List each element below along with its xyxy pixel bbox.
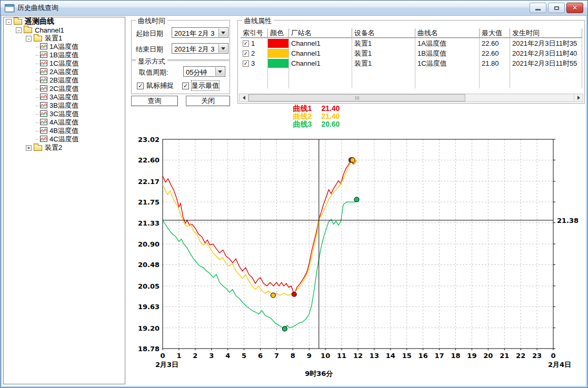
checkbox-check-icon[interactable]: ✓ xyxy=(137,83,144,89)
empty-cell xyxy=(352,78,415,88)
column-header[interactable]: 颜色 xyxy=(268,28,289,38)
tree-connector xyxy=(36,139,39,140)
column-header[interactable]: 发生时间 xyxy=(510,28,582,38)
curve-icon xyxy=(40,77,47,83)
expand-icon[interactable]: + xyxy=(26,145,32,151)
title-bar[interactable]: 历史曲线查询 ✕ xyxy=(1,1,587,16)
svg-text:23.02: 23.02 xyxy=(138,136,160,144)
tree-item-point-7[interactable]: 3B温度值 xyxy=(4,101,125,110)
tree-item-point-2[interactable]: 1C温度值 xyxy=(4,59,125,68)
svg-text:20.05: 20.05 xyxy=(138,282,160,290)
scroll-left-icon[interactable] xyxy=(240,94,248,101)
tree-item-device2[interactable]: +装置2 xyxy=(4,144,125,152)
mouse-capture-checkbox[interactable]: ✓ 鼠标捕捉 xyxy=(137,81,174,90)
close-dialog-button[interactable]: 关闭 xyxy=(186,96,230,106)
display-mode-group-title: 显示方式 xyxy=(136,57,167,66)
empty-cell xyxy=(510,78,582,88)
collapse-icon[interactable]: - xyxy=(6,19,12,25)
tree-item-point-1[interactable]: 1B温度值 xyxy=(4,51,125,59)
tree-item-point-3[interactable]: 2A温度值 xyxy=(4,68,125,76)
checkbox-check-icon[interactable]: ✓ xyxy=(182,83,189,89)
station-cell: Channel1 xyxy=(289,38,352,48)
tree-item-channel1[interactable]: -Channel1 xyxy=(4,26,125,34)
svg-text:10: 10 xyxy=(321,352,330,360)
curve-icon-wrap xyxy=(40,52,47,59)
time-cell: 2021年2月3日11时40 xyxy=(510,48,582,58)
svg-text:8: 8 xyxy=(291,352,295,360)
column-header[interactable]: 曲线名 xyxy=(415,28,480,38)
color-swatch xyxy=(268,49,288,58)
scrollbar-thumb[interactable] xyxy=(248,94,465,101)
table-hscrollbar[interactable] xyxy=(239,94,583,102)
start-date-combo[interactable]: 2021年 2月 3 xyxy=(172,27,228,38)
station-cell: Channel1 xyxy=(289,58,352,68)
tree-item-point-5[interactable]: 2C温度值 xyxy=(4,85,125,93)
period-value: 05分钟 xyxy=(186,68,215,77)
time-cell: 2021年2月3日11时35 xyxy=(510,38,582,48)
series-line-3 xyxy=(163,200,357,329)
axis-ticks xyxy=(163,139,555,350)
curve-icon-wrap xyxy=(40,110,47,118)
column-header[interactable]: 索引号 xyxy=(241,28,268,38)
svg-text:0: 0 xyxy=(160,352,165,360)
window-title: 历史曲线查询 xyxy=(17,3,58,13)
curve-props-table[interactable]: 索引号颜色厂站名设备名曲线名最大值发生时间✓1Channel1装置11A温度值2… xyxy=(241,28,582,88)
curve-props-group-title: 曲线属性 xyxy=(242,16,274,26)
curve-icon-wrap xyxy=(40,119,47,127)
row-checkbox[interactable]: ✓ xyxy=(243,40,249,47)
history-chart[interactable]: 23.0222.6022.1721.7521.3320.9020.4820.05… xyxy=(132,132,586,387)
maximize-button[interactable] xyxy=(548,3,565,13)
legend-label: 曲线3 xyxy=(293,120,312,128)
max-value-cell: 22.60 xyxy=(480,48,510,58)
legend-value: 20.60 xyxy=(321,120,340,128)
color-cell xyxy=(268,38,289,48)
chart-svg[interactable]: 23.0222.6022.1721.7521.3320.9020.4820.05… xyxy=(132,132,586,387)
dropdown-arrow-icon[interactable] xyxy=(215,67,224,76)
display-mode-group: 显示方式 取值周期: 05分钟 ✓ 鼠标捕捉 ✓ 显示最值 xyxy=(131,60,230,94)
folder-icon xyxy=(24,27,32,33)
dropdown-arrow-icon[interactable] xyxy=(218,44,227,53)
svg-text:22: 22 xyxy=(516,352,525,360)
empty-cell xyxy=(415,78,480,88)
period-combo[interactable]: 05分钟 xyxy=(183,66,225,77)
legend-label: 曲线1 xyxy=(293,104,312,113)
curve-tree-panel[interactable]: -遥测曲线-Channel1-装置11A温度值1B温度值1C温度值2A温度值2B… xyxy=(3,17,125,384)
table-row[interactable]: ✓3Channel1装置11C温度值21.802021年2月3日11时55 xyxy=(241,58,582,68)
tree-item-point-11[interactable]: 4C温度值 xyxy=(4,135,125,144)
dropdown-arrow-icon[interactable] xyxy=(218,28,227,37)
close-button[interactable]: ✕ xyxy=(566,3,583,13)
tree-item-root[interactable]: -遥测曲线 xyxy=(4,17,125,26)
end-date-label: 结束日期 xyxy=(136,45,163,54)
table-row[interactable]: ✓1Channel1装置11A温度值22.602021年2月3日11时35 xyxy=(241,38,582,48)
column-header[interactable]: 最大值 xyxy=(480,28,510,38)
tree-item-point-0[interactable]: 1A温度值 xyxy=(4,43,125,51)
show-extremes-checkbox[interactable]: ✓ 显示最值 xyxy=(182,81,219,90)
svg-text:22.60: 22.60 xyxy=(138,156,160,164)
column-header[interactable]: 设备名 xyxy=(352,28,415,38)
curve-icon xyxy=(40,52,47,58)
query-button[interactable]: 查询 xyxy=(131,96,178,106)
svg-text:17: 17 xyxy=(435,352,444,360)
row-checkbox[interactable]: ✓ xyxy=(243,50,249,57)
day-label-left: 2月3日 xyxy=(155,361,178,369)
tree-item-device1[interactable]: -装置1 xyxy=(4,34,125,43)
minimize-button[interactable] xyxy=(530,3,546,13)
tree-connector xyxy=(36,72,39,73)
curve-name-cell: 1C温度值 xyxy=(415,58,480,68)
tree-item-point-6[interactable]: 3A温度值 xyxy=(4,93,125,101)
end-date-combo[interactable]: 2021年 2月 3 xyxy=(172,43,228,54)
table-row[interactable]: ✓2Channel1装置11B温度值22.602021年2月3日11时40 xyxy=(241,48,582,58)
empty-cell xyxy=(510,68,582,78)
tree-item-point-8[interactable]: 3C温度值 xyxy=(4,110,125,118)
crosshair-time-label: 9时36分 xyxy=(305,370,333,377)
collapse-icon[interactable]: - xyxy=(26,36,32,42)
tree-item-point-4[interactable]: 2B温度值 xyxy=(4,76,125,85)
column-header[interactable]: 厂站名 xyxy=(289,28,352,38)
curve-icon-wrap xyxy=(40,136,47,144)
curve-time-group: 曲线时间 起始日期 2021年 2月 3 结束日期 2021年 2月 3 xyxy=(131,20,230,60)
tree-item-point-9[interactable]: 4A温度值 xyxy=(4,118,125,127)
collapse-icon[interactable]: - xyxy=(16,27,22,33)
scroll-right-icon[interactable] xyxy=(574,94,583,101)
row-checkbox[interactable]: ✓ xyxy=(243,60,249,67)
tree-item-point-10[interactable]: 4B温度值 xyxy=(4,127,125,135)
